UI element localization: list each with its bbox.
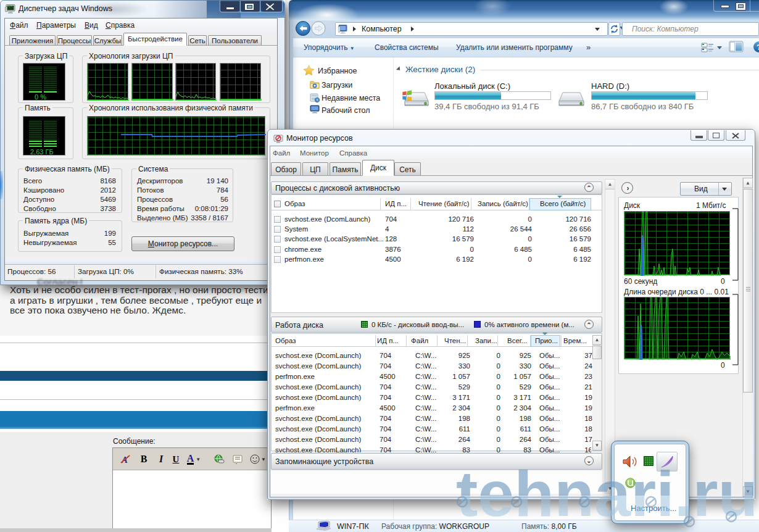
svg-text:?: ? [757, 43, 759, 52]
